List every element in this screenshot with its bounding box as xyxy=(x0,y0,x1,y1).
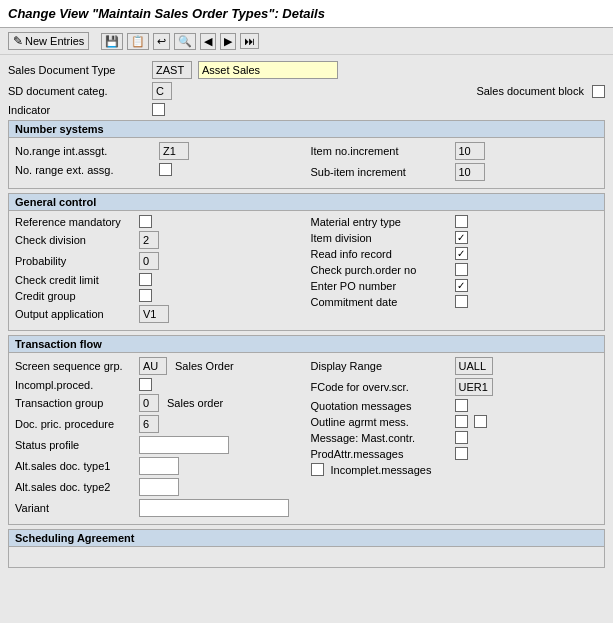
incompl-proced-row: Incompl.proced. xyxy=(15,378,303,391)
prod-attr-messages-label: ProdAttr.messages xyxy=(311,448,451,460)
sd-doc-categ-label: SD document categ. xyxy=(8,85,148,97)
sd-doc-categ-row: SD document categ. C Sales document bloc… xyxy=(8,82,605,100)
incomplet-messages-checkbox[interactable] xyxy=(311,463,324,476)
reference-mandatory-label: Reference mandatory xyxy=(15,216,135,228)
check-credit-limit-checkbox[interactable] xyxy=(139,273,152,286)
item-no-increment-label: Item no.increment xyxy=(311,145,451,157)
number-systems-header: Number systems xyxy=(9,121,604,138)
probability-value: 0 xyxy=(139,252,159,270)
screen-seq-grp-label: Screen sequence grp. xyxy=(15,360,135,372)
reference-mandatory-row: Reference mandatory xyxy=(15,215,303,228)
enter-po-number-checkbox[interactable]: ✓ xyxy=(455,279,468,292)
prev-button[interactable]: ◀ xyxy=(200,33,216,50)
copy-button[interactable]: 📋 xyxy=(127,33,149,50)
alt-sales-doc-type1-row: Alt.sales doc. type1 xyxy=(15,457,303,475)
screen-seq-grp-value: AU xyxy=(139,357,167,375)
undo-button[interactable]: ↩ xyxy=(153,33,170,50)
variant-input[interactable] xyxy=(139,499,289,517)
last-button[interactable]: ⏭ xyxy=(240,33,259,49)
sales-doc-type-row: Sales Document Type ZAST xyxy=(8,61,605,79)
message-mast-contr-label: Message: Mast.contr. xyxy=(311,432,451,444)
display-range-value: UALL xyxy=(455,357,493,375)
item-division-checkbox[interactable]: ✓ xyxy=(455,231,468,244)
save-icon: 💾 xyxy=(105,35,119,48)
probability-row: Probability 0 xyxy=(15,252,303,270)
sales-doc-block-checkbox[interactable] xyxy=(592,85,605,98)
next-icon: ▶ xyxy=(224,35,232,48)
find-icon: 🔍 xyxy=(178,35,192,48)
commitment-date-checkbox[interactable] xyxy=(455,295,468,308)
incompl-proced-label: Incompl.proced. xyxy=(15,379,135,391)
commitment-date-label: Commitment date xyxy=(311,296,451,308)
probability-label: Probability xyxy=(15,255,135,267)
reference-mandatory-checkbox[interactable] xyxy=(139,215,152,228)
material-entry-type-checkbox[interactable] xyxy=(455,215,468,228)
transaction-group-text: Sales order xyxy=(167,397,223,409)
general-control-section: General control Reference mandatory Chec… xyxy=(8,193,605,331)
check-division-value: 2 xyxy=(139,231,159,249)
variant-row: Variant xyxy=(15,499,303,517)
alt-sales-doc-type2-input[interactable] xyxy=(139,478,179,496)
check-division-label: Check division xyxy=(15,234,135,246)
indicator-label: Indicator xyxy=(8,104,148,116)
sales-doc-type-input[interactable] xyxy=(198,61,338,79)
find-button[interactable]: 🔍 xyxy=(174,33,196,50)
status-profile-label: Status profile xyxy=(15,439,135,451)
save-button[interactable]: 💾 xyxy=(101,33,123,50)
no-range-ext-checkbox[interactable] xyxy=(159,163,172,176)
variant-label: Variant xyxy=(15,502,135,514)
title-bar: Change View "Maintain Sales Order Types"… xyxy=(0,0,613,28)
alt-sales-doc-type1-input[interactable] xyxy=(139,457,179,475)
quotation-messages-row: Quotation messages xyxy=(311,399,599,412)
message-mast-contr-checkbox[interactable] xyxy=(455,431,468,444)
no-range-ext-row: No. range ext. assg. xyxy=(15,163,303,176)
new-entries-button[interactable]: ✎ New Entries xyxy=(8,32,89,50)
item-no-increment-row: Item no.increment 10 xyxy=(311,142,599,160)
transaction-group-value: 0 xyxy=(139,394,159,412)
outline-agrmt-mess-checkbox1[interactable] xyxy=(455,415,468,428)
credit-group-checkbox[interactable] xyxy=(139,289,152,302)
message-mast-contr-row: Message: Mast.contr. xyxy=(311,431,599,444)
prod-attr-messages-row: ProdAttr.messages xyxy=(311,447,599,460)
output-application-row: Output application V1 xyxy=(15,305,303,323)
page-title: Change View "Maintain Sales Order Types"… xyxy=(8,6,605,21)
check-division-row: Check division 2 xyxy=(15,231,303,249)
read-info-record-checkbox[interactable]: ✓ xyxy=(455,247,468,260)
output-application-label: Output application xyxy=(15,308,135,320)
no-range-int-value: Z1 xyxy=(159,142,189,160)
toolbar: ✎ New Entries 💾 📋 ↩ 🔍 ◀ ▶ ⏭ xyxy=(0,28,613,55)
scheduling-agreement-header: Scheduling Agreement xyxy=(9,530,604,547)
next-button[interactable]: ▶ xyxy=(220,33,236,50)
doc-pric-procedure-value: 6 xyxy=(139,415,159,433)
quotation-messages-checkbox[interactable] xyxy=(455,399,468,412)
credit-group-row: Credit group xyxy=(15,289,303,302)
screen-seq-grp-text: Sales Order xyxy=(175,360,234,372)
check-credit-limit-row: Check credit limit xyxy=(15,273,303,286)
outline-agrmt-mess-row: Outline agrmt mess. xyxy=(311,415,599,428)
check-purch-order-checkbox[interactable] xyxy=(455,263,468,276)
new-entries-icon: ✎ xyxy=(13,34,23,48)
incomplet-messages-row: Incomplet.messages xyxy=(311,463,599,476)
transaction-group-row: Transaction group 0 Sales order xyxy=(15,394,303,412)
number-systems-section: Number systems No.range int.assgt. Z1 No… xyxy=(8,120,605,189)
sales-doc-type-label: Sales Document Type xyxy=(8,64,148,76)
fcode-overv-value: UER1 xyxy=(455,378,493,396)
sub-item-increment-value: 10 xyxy=(455,163,485,181)
transaction-group-label: Transaction group xyxy=(15,397,135,409)
material-entry-type-label: Material entry type xyxy=(311,216,451,228)
new-entries-label: New Entries xyxy=(25,35,84,47)
material-entry-type-row: Material entry type xyxy=(311,215,599,228)
commitment-date-row: Commitment date xyxy=(311,295,599,308)
prod-attr-messages-checkbox[interactable] xyxy=(455,447,468,460)
quotation-messages-label: Quotation messages xyxy=(311,400,451,412)
check-credit-limit-label: Check credit limit xyxy=(15,274,135,286)
incomplet-messages-label: Incomplet.messages xyxy=(331,464,432,476)
screen-seq-grp-row: Screen sequence grp. AU Sales Order xyxy=(15,357,303,375)
sales-doc-type-code: ZAST xyxy=(152,61,192,79)
outline-agrmt-mess-checkbox2[interactable] xyxy=(474,415,487,428)
indicator-checkbox[interactable] xyxy=(152,103,165,116)
incompl-proced-checkbox[interactable] xyxy=(139,378,152,391)
no-range-ext-label: No. range ext. assg. xyxy=(15,164,155,176)
status-profile-input[interactable] xyxy=(139,436,229,454)
sd-doc-categ-value: C xyxy=(152,82,172,100)
